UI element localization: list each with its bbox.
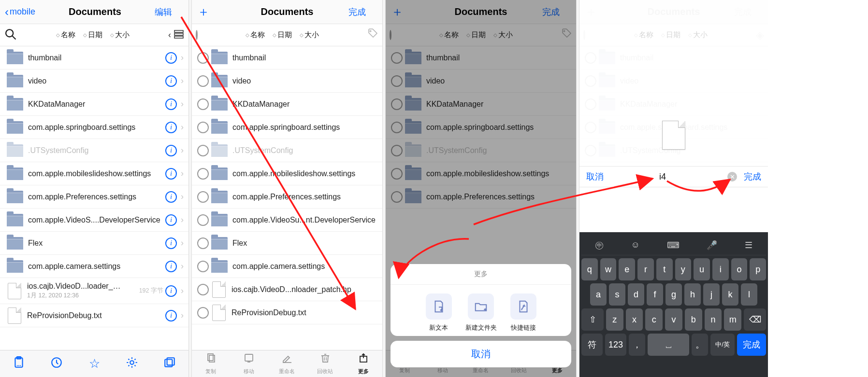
key-g[interactable]: g	[665, 283, 682, 306]
symbol-key[interactable]: 符	[581, 334, 603, 356]
comma-key[interactable]: ，	[629, 334, 645, 356]
emoji-icon[interactable]: ☺	[631, 240, 639, 250]
view-toggle-icon[interactable]	[173, 28, 185, 42]
tab-clipboard[interactable]	[4, 356, 33, 372]
select-circle[interactable]	[197, 284, 209, 295]
collapse-icon[interactable]: ☰	[745, 240, 752, 251]
list-item[interactable]: com.apple.Preferences.settings	[192, 185, 382, 209]
info-icon[interactable]: i	[165, 75, 177, 87]
list-item[interactable]: ReProvisionDebug.txt	[192, 301, 382, 324]
list-item[interactable]: com.apple.camera.settingsi›	[0, 255, 188, 278]
info-icon[interactable]: i	[165, 285, 177, 297]
list-item[interactable]: com.apple.camera.settings	[192, 255, 382, 278]
key-x[interactable]: x	[626, 308, 643, 331]
key-z[interactable]: z	[606, 308, 623, 331]
sort-name[interactable]: ◇名称	[246, 30, 265, 40]
select-circle[interactable]	[197, 52, 209, 64]
info-icon[interactable]: i	[165, 168, 177, 180]
tag-icon[interactable]	[367, 28, 378, 42]
sort-date[interactable]: ◇日期	[273, 30, 292, 40]
key-o[interactable]: o	[731, 258, 748, 280]
info-icon[interactable]: i	[165, 98, 177, 110]
key-e[interactable]: e	[619, 258, 635, 280]
select-circle[interactable]	[197, 75, 209, 87]
key-k[interactable]: k	[722, 283, 738, 306]
done-button[interactable]: 完成	[348, 6, 366, 18]
key-r[interactable]: r	[637, 258, 654, 280]
keyboard[interactable]: ㊥ ☺ ⌨ 🎤 ☰ qwertyuiop asdfghjkl ⇧ zxcvbnm…	[579, 232, 768, 377]
key-d[interactable]: d	[628, 283, 644, 306]
list-item[interactable]: thumbnaili›	[0, 46, 188, 70]
keyboard-icon[interactable]: ⌨	[667, 240, 680, 251]
list-item[interactable]: com.apple.VideoSu...nt.DeveloperService	[192, 209, 382, 232]
history-back-icon[interactable]: ‹	[168, 30, 171, 40]
info-icon[interactable]: i	[165, 261, 177, 272]
list-item[interactable]: videoi›	[0, 70, 188, 93]
rename-button[interactable]: 重命名	[273, 352, 302, 375]
rename-cancel[interactable]: 取消	[586, 171, 604, 182]
period-key[interactable]: 。	[692, 334, 708, 356]
shortcut-action[interactable]: 快捷链接	[510, 293, 536, 332]
key-n[interactable]: n	[705, 308, 722, 331]
list-item[interactable]: com.apple.VideoS....DeveloperServicei›	[0, 209, 188, 232]
key-f[interactable]: f	[647, 283, 663, 306]
info-icon[interactable]: i	[165, 122, 177, 133]
key-p[interactable]: p	[750, 258, 766, 280]
tab-favorites[interactable]: ☆	[80, 356, 109, 371]
ime-icon[interactable]: ㊥	[595, 239, 604, 251]
key-u[interactable]: u	[694, 258, 710, 280]
trash-button[interactable]: 回收站	[311, 352, 340, 375]
sort-date[interactable]: ◇日期	[83, 30, 102, 40]
list-item[interactable]: KKDataManageri›	[0, 93, 188, 116]
back-button[interactable]: ‹ mobile	[5, 5, 35, 19]
key-q[interactable]: q	[581, 258, 598, 280]
copy-button[interactable]: 复制	[196, 352, 225, 375]
language-key[interactable]: 中/英	[710, 334, 735, 356]
info-icon[interactable]: i	[165, 52, 177, 64]
sort-size[interactable]: ◇大小	[110, 30, 130, 40]
select-circle[interactable]	[197, 122, 209, 133]
list-item[interactable]: Flex	[192, 232, 382, 255]
number-key[interactable]: 123	[605, 334, 626, 356]
list-item[interactable]: ios.cajb.VideoD...nloader_patch.hp	[192, 278, 382, 301]
list-item[interactable]: com.apple.springboard.settings	[192, 116, 382, 139]
tab-settings[interactable]	[117, 356, 146, 372]
mic-icon[interactable]: 🎤	[707, 240, 717, 251]
list-item[interactable]: com.apple.Preferences.settingsi›	[0, 185, 188, 209]
space-key[interactable]: ⎵	[648, 334, 689, 356]
list-item[interactable]: com.apple.mobileslideshow.settingsi›	[0, 162, 188, 185]
sort-size[interactable]: ◇大小	[300, 30, 319, 40]
info-icon[interactable]: i	[165, 145, 177, 156]
info-icon[interactable]: i	[165, 191, 177, 203]
select-circle[interactable]	[197, 145, 209, 156]
sort-name[interactable]: ◇名称	[56, 30, 75, 40]
key-l[interactable]: l	[741, 283, 757, 306]
select-all-toggle[interactable]	[196, 31, 198, 39]
list-item[interactable]: com.apple.springboard.settingsi›	[0, 116, 188, 139]
list-item[interactable]: com.apple.mobileslideshow.settings	[192, 162, 382, 185]
key-m[interactable]: m	[724, 308, 741, 331]
list-item[interactable]: ios.cajb.VideoD...loader_patch.hp1月 12, …	[0, 278, 188, 304]
select-circle[interactable]	[197, 191, 209, 203]
info-icon[interactable]: i	[165, 310, 177, 321]
sheet-cancel[interactable]: 取消	[391, 341, 571, 367]
tab-windows[interactable]	[155, 356, 184, 372]
select-circle[interactable]	[197, 214, 209, 226]
key-j[interactable]: j	[703, 283, 720, 306]
key-v[interactable]: v	[665, 308, 682, 331]
more-button[interactable]: 更多	[349, 352, 378, 375]
key-a[interactable]: a	[590, 283, 607, 306]
list-item[interactable]: thumbnail	[192, 46, 382, 70]
clear-icon[interactable]: ✕	[727, 172, 737, 182]
new-folder-action[interactable]: 新建文件夹	[465, 293, 497, 332]
select-circle[interactable]	[197, 261, 209, 272]
info-icon[interactable]: i	[165, 237, 177, 249]
select-circle[interactable]	[197, 98, 209, 110]
tab-recent[interactable]	[42, 356, 71, 372]
list-item[interactable]: ReProvisionDebug.txti›	[0, 304, 188, 327]
edit-button[interactable]: 编辑	[155, 6, 172, 18]
key-y[interactable]: y	[675, 258, 692, 280]
select-circle[interactable]	[197, 237, 209, 249]
key-i[interactable]: i	[712, 258, 729, 280]
rename-input[interactable]: i4	[604, 172, 722, 182]
